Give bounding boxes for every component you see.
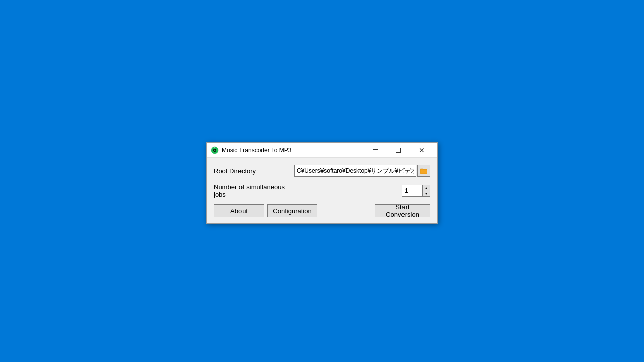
close-icon: ✕ (419, 147, 425, 154)
title-bar: Music Transcoder To MP3 ✕ (207, 143, 437, 158)
maximize-icon (396, 148, 401, 153)
spinner-down-button[interactable]: ▼ (423, 191, 430, 197)
configuration-button[interactable]: Configuration (267, 204, 317, 217)
app-icon (211, 146, 219, 154)
minimize-icon (373, 149, 378, 150)
simultaneous-jobs-row: Number of simultaneous jobs ▲ ▼ (214, 183, 430, 198)
window-content: Root Directory Number of simultaneous jo… (207, 158, 437, 223)
simultaneous-jobs-spinner-group: ▲ ▼ (402, 185, 430, 197)
maximize-button[interactable] (387, 143, 410, 158)
spinner-up-button[interactable]: ▲ (423, 185, 430, 191)
application-window: Music Transcoder To MP3 ✕ Root Directory (206, 142, 438, 224)
folder-icon (420, 168, 427, 174)
simultaneous-jobs-label: Number of simultaneous jobs (214, 183, 294, 198)
svg-point-2 (214, 149, 216, 151)
button-row: About Configuration Start Conversion (214, 204, 430, 217)
start-conversion-button[interactable]: Start Conversion (375, 204, 430, 217)
root-directory-input[interactable] (294, 165, 416, 177)
root-directory-label: Root Directory (214, 167, 294, 175)
simultaneous-jobs-input[interactable] (402, 185, 422, 197)
about-button[interactable]: About (214, 204, 264, 217)
minimize-button[interactable] (364, 143, 387, 158)
browse-button[interactable] (417, 165, 430, 177)
close-button[interactable]: ✕ (410, 143, 433, 158)
svg-rect-4 (420, 169, 427, 174)
title-bar-controls: ✕ (364, 143, 433, 158)
root-directory-row: Root Directory (214, 165, 430, 177)
window-title: Music Transcoder To MP3 (222, 147, 364, 154)
root-directory-input-group (294, 165, 430, 177)
spinner-arrows: ▲ ▼ (422, 185, 430, 197)
